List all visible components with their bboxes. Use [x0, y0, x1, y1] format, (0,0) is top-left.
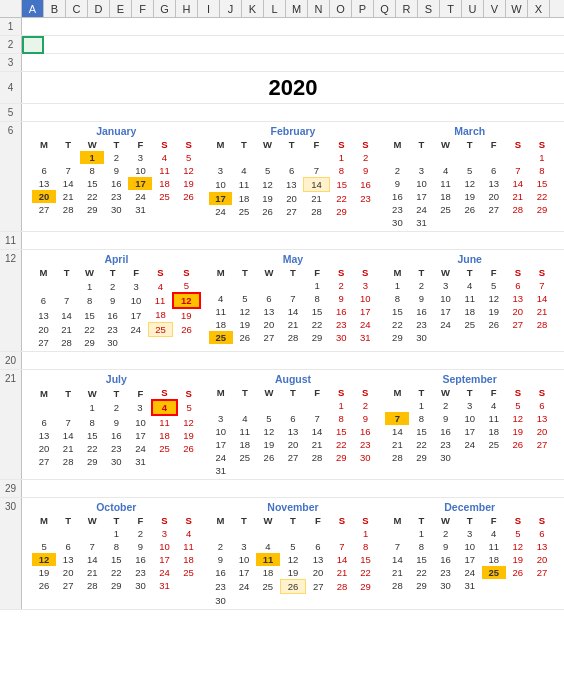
- day-header-m: M: [32, 266, 55, 279]
- calendar-day: 24: [152, 566, 176, 579]
- calendar-day: 7: [80, 540, 104, 553]
- calendar-day: 30: [104, 455, 128, 468]
- col-header-e: E: [110, 0, 132, 17]
- calendar-day: 30: [409, 331, 433, 344]
- calendar-day: [482, 579, 506, 592]
- column-header-bar: ABCDEFGHIJKLMNOPQRSTUVWX: [0, 0, 564, 18]
- calendar-day: [385, 399, 409, 412]
- calendar-day: 12: [482, 292, 506, 305]
- calendar-day: 24: [434, 318, 458, 331]
- calendar-day: 6: [281, 412, 305, 425]
- calendar-day: 8: [385, 292, 409, 305]
- calendar-day: 31: [458, 579, 482, 592]
- calendar-day: 28: [330, 580, 354, 594]
- calendar-day: 31: [209, 464, 233, 477]
- calendar-day: 24: [353, 318, 377, 331]
- calendar-day: 30: [434, 579, 458, 592]
- calendar-day: 9: [209, 553, 233, 566]
- selected-cell-a2[interactable]: [22, 36, 44, 54]
- calendar-day: [330, 594, 354, 607]
- calendar-day: 28: [305, 451, 329, 464]
- calendar-day: 17: [458, 553, 482, 566]
- calendar-day: 4: [148, 279, 173, 293]
- calendar-day: 7: [506, 164, 530, 177]
- calendar-day: [279, 151, 303, 164]
- calendar-day: 8: [530, 164, 554, 177]
- calendar-day: 19: [482, 305, 506, 318]
- month-block-october: OctoberMTWTFSS12345678910111213141516171…: [32, 500, 201, 607]
- calendar-day: 15: [104, 553, 128, 566]
- day-header-t: T: [55, 266, 78, 279]
- calendar-day: 15: [530, 177, 554, 190]
- col-header-v: V: [484, 0, 506, 17]
- calendar-day: [56, 400, 80, 415]
- calendar-day: 15: [409, 425, 433, 438]
- calendar-day: 19: [458, 190, 482, 203]
- month-block-may: MayMTWTFSS123456789101112131415161718192…: [209, 252, 378, 349]
- calendar-day: 12: [256, 178, 280, 192]
- row-number-29: 29: [0, 480, 22, 497]
- col-header-x: X: [528, 0, 550, 17]
- calendar-day: [32, 400, 56, 415]
- calendar-day: 17: [152, 553, 176, 566]
- calendar-day: 24: [209, 451, 233, 464]
- calendar-day: 13: [306, 553, 330, 566]
- calendar-day: 21: [80, 566, 104, 579]
- day-header-s: S: [329, 386, 353, 399]
- col-header-j: J: [220, 0, 242, 17]
- calendar-day: 29: [530, 203, 554, 216]
- calendar-day: 1: [329, 399, 353, 412]
- day-header-w: W: [80, 138, 104, 151]
- calendar-day: [434, 216, 458, 229]
- calendar-day: 1: [80, 151, 104, 164]
- calendar-day: 1: [354, 527, 378, 540]
- month-title-june: June: [385, 252, 554, 266]
- calendar-day: 19: [177, 429, 201, 442]
- calendar-day: [232, 151, 256, 164]
- calendar-day: 28: [506, 203, 530, 216]
- calendar-day: 6: [506, 279, 530, 292]
- calendar-day: 26: [177, 442, 201, 455]
- calendar-day: 1: [530, 151, 554, 164]
- calendar-day: 13: [257, 305, 281, 318]
- calendar-day: 28: [56, 455, 80, 468]
- calendar-day: [304, 151, 329, 164]
- calendar-day: [385, 527, 409, 540]
- calendar-day: 7: [56, 415, 80, 429]
- calendar-day: 29: [329, 205, 353, 218]
- calendar-day: 22: [80, 442, 104, 455]
- calendar-day: 3: [128, 151, 152, 164]
- calendar-day: 1: [409, 399, 433, 412]
- day-header-t: T: [56, 138, 80, 151]
- calendar-day: 1: [409, 527, 433, 540]
- calendar-day: 16: [101, 308, 124, 322]
- calendar-day: 16: [104, 177, 128, 190]
- calendar-day: [482, 151, 506, 164]
- calendar-day: [385, 151, 409, 164]
- calendar-day: 23: [104, 442, 128, 455]
- calendar-day: 25: [482, 566, 506, 579]
- calendar-day: 14: [281, 305, 305, 318]
- calendar-day: 23: [128, 566, 152, 579]
- month-block-december: DecemberMTWTFSS1234567891011121314151617…: [385, 500, 554, 607]
- calendar-day: 21: [330, 566, 354, 580]
- day-header-t: T: [458, 138, 482, 151]
- calendar-day: 21: [56, 190, 80, 203]
- day-header-m: M: [209, 266, 233, 279]
- calendar-day: 4: [177, 527, 201, 540]
- month-table-august: MTWTFSS123456789101112131415161718192021…: [209, 386, 378, 477]
- calendar-day: 27: [482, 203, 506, 216]
- calendar-day: [177, 455, 201, 468]
- calendar-day: [530, 451, 554, 464]
- calendar-day: 6: [530, 527, 554, 540]
- day-header-w: W: [256, 514, 280, 527]
- day-header-t: T: [409, 514, 433, 527]
- calendar-day: 8: [329, 164, 353, 178]
- calendar-day: 4: [152, 151, 176, 164]
- month-table-march: MTWTFSS123456789101112131415161718192021…: [385, 138, 554, 229]
- calendar-day: 8: [409, 540, 433, 553]
- col-header-k: K: [242, 0, 264, 17]
- calendar-day: 5: [257, 412, 281, 425]
- calendar-day: 20: [257, 318, 281, 331]
- calendar-day: 10: [128, 164, 152, 177]
